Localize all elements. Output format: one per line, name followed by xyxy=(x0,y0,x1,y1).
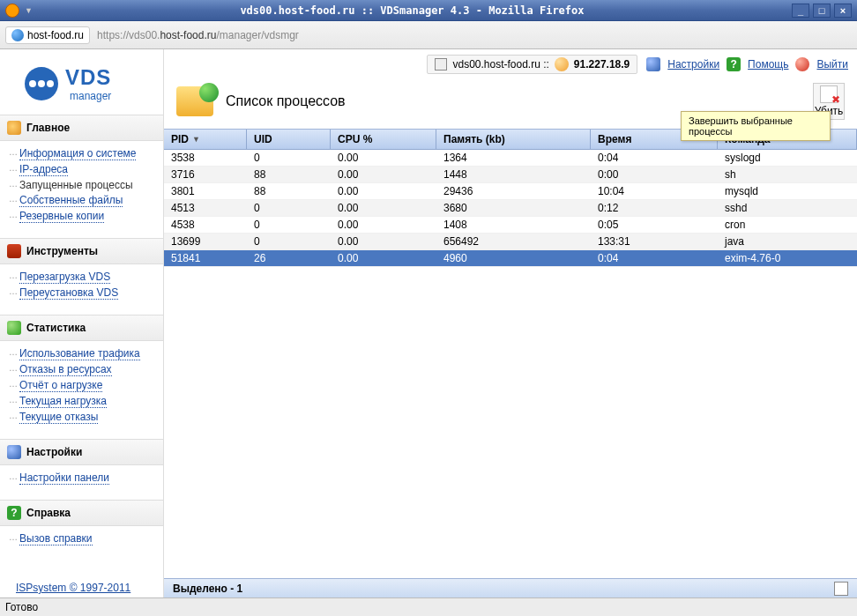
sidebar-link[interactable]: Информация о системе xyxy=(19,147,136,160)
cell-cpu: 0.00 xyxy=(331,250,436,266)
cell-cmd: sshd xyxy=(718,200,857,216)
cell-uid: 0 xyxy=(247,150,331,166)
sidebar-link[interactable]: Переустановка VDS xyxy=(19,286,118,300)
disk-icon xyxy=(7,121,21,135)
cell-uid: 0 xyxy=(247,217,331,233)
selection-count: Выделено - 1 xyxy=(173,583,242,595)
cell-pid: 3538 xyxy=(164,150,247,166)
cell-cpu: 0.00 xyxy=(331,150,436,166)
sidebar-section-gear[interactable]: Настройки xyxy=(0,439,163,465)
stats-icon xyxy=(7,321,21,335)
isp-copyright[interactable]: ISPsystem © 1997-2011 xyxy=(16,582,130,594)
cell-cmd: cron xyxy=(718,217,857,233)
sidebar-link[interactable]: Резервные копии xyxy=(19,210,104,223)
table-row[interactable]: 453800.0014080:05cron xyxy=(164,217,857,234)
close-button[interactable]: × xyxy=(834,4,852,18)
site-identity[interactable]: host-food.ru xyxy=(5,26,90,44)
sidebar-link[interactable]: Отчёт о нагрузке xyxy=(19,379,102,392)
sidebar-link[interactable]: Собственные файлы xyxy=(19,194,123,207)
window-title: vds00.host-food.ru :: VDSmanager 4.3 - M… xyxy=(33,4,792,17)
top-settings[interactable]: Настройки xyxy=(667,58,719,71)
cell-cpu: 0.00 xyxy=(331,217,436,233)
logo-text-main: VDS xyxy=(65,65,111,90)
main: vds00.host-food.ru :: 91.227.18.9 Настро… xyxy=(164,49,857,597)
globe-icon xyxy=(11,29,24,41)
gear-icon xyxy=(7,445,21,459)
cell-mem: 4960 xyxy=(436,250,591,266)
cell-uid: 88 xyxy=(247,167,331,182)
cell-uid: 0 xyxy=(247,200,331,216)
table-row[interactable]: 1369900.00656492133:31java xyxy=(164,234,857,250)
url-field[interactable]: https://vds00.host-food.ru/manager/vdsmg… xyxy=(92,26,852,44)
table-row[interactable]: 3801880.002943610:04mysqld xyxy=(164,183,857,200)
sidebar-link[interactable]: Использование трафика xyxy=(19,347,140,360)
processes-icon xyxy=(176,86,213,116)
maximize-button[interactable]: □ xyxy=(813,4,831,18)
table-row[interactable]: 451300.0036800:12sshd xyxy=(164,200,857,217)
sidebar-section-disk[interactable]: Главное xyxy=(0,115,163,141)
cell-pid: 51841 xyxy=(164,250,247,266)
cell-time: 0:04 xyxy=(591,250,718,266)
col-uid[interactable]: UID xyxy=(247,130,331,149)
cell-cpu: 0.00 xyxy=(331,167,436,182)
page-title: Список процессов xyxy=(226,93,346,109)
site-host: host-food.ru xyxy=(27,29,84,41)
table-row[interactable]: 3716880.0014480:00sh xyxy=(164,167,857,183)
sidebar-link[interactable]: Перезагрузка VDS xyxy=(19,271,110,284)
cell-mem: 29436 xyxy=(436,183,591,199)
sidebar-section-tools[interactable]: Инструменты xyxy=(0,238,163,264)
tools-icon xyxy=(7,244,21,258)
cell-time: 0:04 xyxy=(591,150,718,166)
sidebar: VDS manager ГлавноеИнформация о системеI… xyxy=(0,49,164,597)
cell-time: 0:00 xyxy=(591,167,718,182)
help-icon: ? xyxy=(727,57,741,71)
sidebar-section-stats[interactable]: Статистика xyxy=(0,315,163,341)
sidebar-link[interactable]: Отказы в ресурсах xyxy=(19,363,112,376)
sidebar-link[interactable]: IP-адреса xyxy=(19,163,68,176)
help-icon: ? xyxy=(7,506,21,520)
exit-icon xyxy=(795,57,809,71)
top-exit[interactable]: Выйти xyxy=(816,58,848,71)
cell-time: 0:12 xyxy=(591,200,718,216)
cell-cpu: 0.00 xyxy=(331,234,436,249)
table-row[interactable]: 353800.0013640:04syslogd xyxy=(164,150,857,167)
url-bar: host-food.ru https://vds00.host-food.ru/… xyxy=(0,21,857,49)
sidebar-link[interactable]: Текущая нагрузка xyxy=(19,395,107,408)
cell-cmd: syslogd xyxy=(718,150,857,166)
cell-pid: 13699 xyxy=(164,234,247,249)
settings-small-icon[interactable] xyxy=(834,582,848,596)
topbar: vds00.host-food.ru :: 91.227.18.9 Настро… xyxy=(164,49,857,74)
cell-mem: 656492 xyxy=(436,234,591,249)
cell-cpu: 0.00 xyxy=(331,200,436,216)
status-text: Готово xyxy=(5,601,38,613)
dropdown-arrow-icon[interactable]: ▼ xyxy=(25,6,33,15)
col-cpu[interactable]: CPU % xyxy=(331,130,436,149)
top-help[interactable]: Помощь xyxy=(748,58,788,71)
process-table: PID ▼ UID CPU % Память (kb) Время Команд… xyxy=(164,129,857,267)
cell-time: 10:04 xyxy=(591,183,718,199)
minimize-button[interactable]: _ xyxy=(792,4,809,18)
cell-uid: 26 xyxy=(247,250,331,266)
selection-bar: Выделено - 1 xyxy=(164,578,857,597)
cell-uid: 0 xyxy=(247,234,331,249)
sidebar-section-help[interactable]: ?Справка xyxy=(0,500,163,526)
cell-pid: 4538 xyxy=(164,217,247,233)
table-row[interactable]: 51841260.0049600:04exim-4.76-0 xyxy=(164,250,857,267)
cell-time: 133:31 xyxy=(591,234,718,249)
server-icon xyxy=(435,58,447,71)
cell-cmd: java xyxy=(718,234,857,249)
cell-pid: 3801 xyxy=(164,183,247,199)
cell-cmd: exim-4.76-0 xyxy=(718,250,857,266)
col-mem[interactable]: Память (kb) xyxy=(436,130,591,149)
sidebar-link[interactable]: Настройки панели xyxy=(19,471,109,485)
cell-mem: 1364 xyxy=(436,150,591,166)
sidebar-link[interactable]: Запущенные процессы xyxy=(19,179,133,191)
sidebar-link[interactable]: Текущие отказы xyxy=(19,411,98,424)
cell-pid: 4513 xyxy=(164,200,247,216)
col-pid[interactable]: PID ▼ xyxy=(164,130,247,149)
cell-time: 0:05 xyxy=(591,217,718,233)
settings-icon xyxy=(646,57,660,71)
sidebar-link[interactable]: Вызов справки xyxy=(19,532,93,545)
server-name: vds00.host-food.ru :: xyxy=(452,58,548,71)
cell-pid: 3716 xyxy=(164,167,247,182)
